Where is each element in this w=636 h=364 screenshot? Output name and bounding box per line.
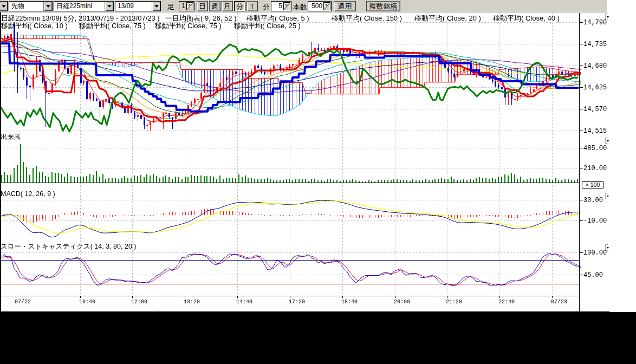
window-background-bottom bbox=[0, 312, 636, 364]
macd-panel-title: MACD( 12, 26, 9 ) bbox=[1, 190, 55, 198]
period-month-label: 月 bbox=[224, 2, 231, 10]
minutes-value: 5 bbox=[278, 2, 282, 10]
multi-symbol-button-label: 複数銘柄 bbox=[369, 2, 398, 10]
minutes-spinner[interactable]: 5 bbox=[271, 1, 291, 11]
bar-count-label: 本数 bbox=[293, 2, 307, 12]
chart-application-window: 先物 日経225mini 13/09 足 1 日 週 月 分 T 分 5 本数 … bbox=[0, 0, 636, 364]
market-combobox-arrow-icon[interactable] bbox=[43, 2, 52, 11]
x-axis-time-label: 17:20 bbox=[289, 299, 305, 305]
market-combobox[interactable]: 先物 bbox=[9, 1, 53, 11]
y-axis-macd-label: 30.00 bbox=[583, 197, 603, 204]
x-axis-time-label: 07/23 bbox=[551, 299, 567, 305]
y-axis-price-label: 14,625 bbox=[583, 84, 607, 92]
legend-item: 移動平均( Close, 75 ) bbox=[79, 21, 146, 31]
apply-button[interactable]: 適用 bbox=[334, 1, 356, 11]
contract-month-combobox-arrow-icon[interactable] bbox=[152, 2, 160, 11]
bar-value-spin-icon[interactable] bbox=[186, 2, 193, 10]
toolbar: 先物 日経225mini 13/09 足 1 日 週 月 分 T 分 5 本数 … bbox=[0, 0, 607, 12]
window-left-edge bbox=[0, 12, 1, 312]
edge-combobox-arrow-icon[interactable] bbox=[0, 2, 8, 11]
period-tick-label: T bbox=[250, 2, 255, 10]
y-axis-price-label: 14,735 bbox=[583, 41, 607, 48]
legend-item: 移動平均( Close, 25 ) bbox=[234, 21, 301, 31]
symbol-combobox[interactable]: 日経225mini bbox=[54, 1, 114, 11]
x-axis-time-label: 07/22 bbox=[15, 299, 31, 305]
apply-button-label: 適用 bbox=[338, 2, 352, 10]
period-day-label: 日 bbox=[199, 2, 206, 10]
x-axis-time-label: 10:40 bbox=[79, 299, 95, 305]
period-week-label: 週 bbox=[211, 2, 218, 10]
contract-month-combobox[interactable]: 13/09 bbox=[115, 1, 161, 11]
period-day-button[interactable]: 日 bbox=[197, 1, 208, 11]
y-axis-stoch-label: 100.00 bbox=[583, 249, 607, 257]
y-axis-price-label: 14,680 bbox=[583, 62, 607, 70]
symbol-combobox-value: 日経225mini bbox=[56, 2, 92, 10]
y-axis-price-label: 14,515 bbox=[583, 127, 607, 135]
y-axis-price-label: 14,570 bbox=[583, 106, 607, 113]
bar-type-label: 足 bbox=[167, 2, 174, 12]
market-combobox-value: 先物 bbox=[11, 2, 24, 10]
bar-count-value: 500 bbox=[311, 2, 322, 10]
legend-row-1: 日経225mini 13/09( 5分, 2013/07/19 - 2013/0… bbox=[0, 14, 579, 21]
x-axis-time-label: 21:20 bbox=[446, 299, 462, 305]
y-axis-price-label: 14,790 bbox=[583, 19, 607, 27]
price-chart-canvas[interactable] bbox=[0, 0, 636, 364]
x-axis-time-label: 22:40 bbox=[498, 299, 515, 305]
multi-symbol-button[interactable]: 複数銘柄 bbox=[366, 1, 400, 11]
symbol-combobox-arrow-icon[interactable] bbox=[105, 2, 113, 11]
y-axis-volume-label: 485.00 bbox=[583, 145, 607, 152]
y-axis-macd-label: -10.00 bbox=[583, 217, 607, 225]
contract-month-combobox-value: 13/09 bbox=[118, 2, 134, 10]
bar-value-spinner[interactable]: 1 bbox=[179, 1, 194, 11]
period-month-button[interactable]: 月 bbox=[222, 1, 233, 11]
x-axis-time-label: 18:40 bbox=[341, 299, 358, 305]
x-axis-time-label: 13:20 bbox=[184, 299, 200, 305]
minutes-spin-icon[interactable] bbox=[283, 2, 290, 10]
volume-multiplier-badge: × 100 bbox=[582, 181, 603, 188]
volume-panel-title: 出来高 bbox=[1, 133, 21, 142]
bar-count-spinner[interactable]: 500 bbox=[308, 1, 332, 11]
bar-value: 1 bbox=[181, 2, 185, 10]
macd-pane-grip-icon[interactable] bbox=[605, 193, 608, 199]
stoch-panel-title: スロー・ストキャスティクス( 14, 3, 80, 20 ) bbox=[1, 242, 137, 251]
legend-item: 移動平均( Close, 10 ) bbox=[1, 21, 68, 31]
bar-count-spin-icon[interactable] bbox=[323, 2, 330, 10]
volume-pane-grip-icon[interactable] bbox=[605, 138, 608, 144]
period-minute-label: 分 bbox=[236, 2, 243, 10]
y-axis-stoch-label: 45.00 bbox=[583, 271, 603, 279]
legend-item: 移動平均( Close, 75 ) bbox=[155, 21, 222, 31]
period-tick-button[interactable]: T bbox=[246, 1, 258, 11]
x-axis-time-label: 14:40 bbox=[236, 299, 252, 305]
period-week-button[interactable]: 週 bbox=[209, 1, 220, 11]
edge-combobox[interactable] bbox=[0, 1, 8, 11]
minutes-label: 分 bbox=[263, 2, 270, 12]
legend-row-2: 移動平均( Close, 10 )移動平均( Close, 75 )移動平均( … bbox=[0, 21, 579, 28]
x-axis-time-label: 12:00 bbox=[131, 299, 147, 305]
y-axis-volume-label: 210.00 bbox=[583, 165, 607, 172]
period-minute-button[interactable]: 分 bbox=[234, 1, 245, 11]
x-axis-time-label: 20:00 bbox=[394, 299, 410, 305]
